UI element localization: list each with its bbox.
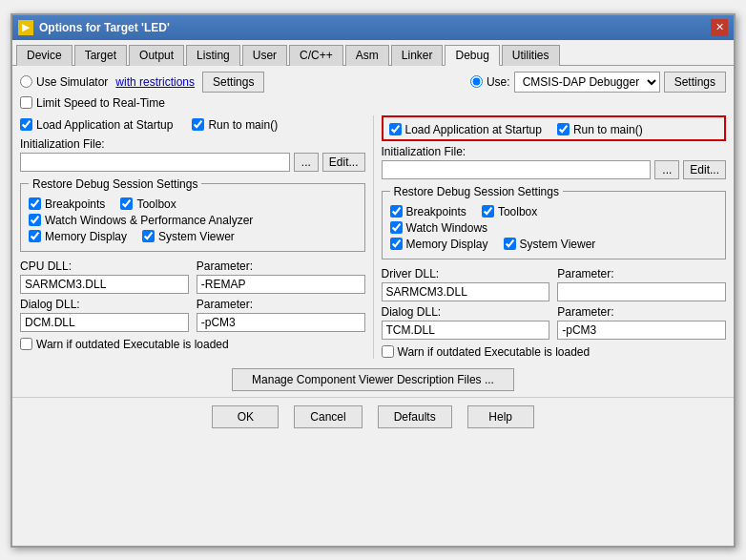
debugger-settings-button[interactable]: Settings [664, 72, 726, 93]
right-init-file-row: ... Edit... [382, 160, 727, 179]
left-run-to-main-checkbox[interactable] [192, 118, 204, 131]
left-init-file-label: Initialization File: [20, 137, 365, 151]
tab-utilities[interactable]: Utilities [502, 45, 560, 66]
left-browse-button[interactable]: ... [294, 153, 319, 172]
right-browse-button[interactable]: ... [654, 160, 679, 179]
right-dialog-dll-label: Dialog DLL: [382, 305, 550, 319]
right-toolbox-row[interactable]: Toolbox [482, 205, 537, 218]
left-memory-display-checkbox[interactable] [29, 230, 41, 242]
manage-btn-section: Manage Component Viewer Description File… [12, 368, 734, 391]
right-load-app-label: Load Application at Startup [405, 123, 542, 136]
tab-device[interactable]: Device [16, 45, 73, 66]
tab-cpp[interactable]: C/C++ [289, 45, 343, 66]
main-content: Load Application at Startup Run to main(… [12, 110, 734, 363]
right-restore-label: Restore Debug Session Settings [390, 185, 563, 198]
right-load-app-row[interactable]: Load Application at Startup [389, 123, 542, 136]
right-watch-windows-row[interactable]: Watch Windows [390, 221, 718, 235]
title-text: Options for Target 'LED' [39, 21, 170, 34]
left-breakpoints-row[interactable]: Breakpoints [29, 197, 105, 211]
cpu-param-input[interactable] [197, 275, 365, 294]
close-button[interactable]: ✕ [711, 19, 728, 36]
left-init-file-input[interactable] [20, 153, 290, 172]
left-load-app-checkbox[interactable] [20, 118, 32, 131]
left-load-app-row[interactable]: Load Application at Startup [20, 118, 173, 132]
tab-target[interactable]: Target [74, 45, 127, 66]
right-run-to-main-label: Run to main() [573, 123, 643, 136]
right-toolbox-checkbox[interactable] [482, 205, 494, 218]
driver-dll-input[interactable] [382, 282, 550, 301]
simulator-radio-group[interactable]: Use Simulator [20, 75, 108, 89]
left-system-viewer-checkbox[interactable] [142, 230, 155, 242]
left-edit-button[interactable]: Edit... [322, 153, 365, 172]
left-dll-section: CPU DLL: Parameter: Dialog DLL: Paramete… [20, 259, 365, 332]
tab-debug[interactable]: Debug [445, 45, 499, 66]
bottom-buttons: OK Cancel Defaults Help [12, 397, 734, 436]
app-icon: ▶ [18, 20, 33, 35]
tab-bar: Device Target Output Listing User C/C++ … [12, 40, 734, 66]
left-toolbox-row[interactable]: Toolbox [120, 197, 176, 211]
left-run-to-main-label: Run to main() [208, 118, 278, 132]
dialog-dll-label: Dialog DLL: [20, 298, 189, 311]
left-watch-windows-checkbox[interactable] [29, 214, 41, 226]
right-dialog-param-input[interactable] [557, 321, 726, 340]
debugger-select[interactable]: CMSIS-DAP Debugger [514, 72, 660, 93]
right-warn-row[interactable]: Warn if outdated Executable is loaded [382, 345, 727, 359]
right-init-file-input[interactable] [382, 160, 652, 179]
simulator-radio[interactable] [20, 75, 32, 88]
simulator-label: Use Simulator [36, 75, 108, 89]
left-breakpoints-checkbox[interactable] [29, 197, 41, 210]
limit-speed-checkbox[interactable] [20, 96, 32, 109]
dialog-dll-input[interactable] [20, 313, 189, 332]
right-memory-display-checkbox[interactable] [390, 238, 403, 250]
left-system-viewer-row[interactable]: System Viewer [142, 230, 235, 243]
left-init-file-row: ... Edit... [20, 153, 365, 172]
driver-dll-label: Driver DLL: [382, 267, 550, 280]
driver-param-label: Parameter: [557, 267, 726, 280]
right-load-app-checkbox[interactable] [389, 123, 402, 135]
use-radio[interactable] [470, 75, 483, 88]
tab-asm[interactable]: Asm [345, 45, 389, 66]
title-bar: ▶ Options for Target 'LED' ✕ [12, 15, 734, 40]
cpu-dll-input[interactable] [20, 275, 189, 294]
right-run-to-main-row[interactable]: Run to main() [557, 123, 643, 136]
ok-button[interactable]: OK [212, 405, 279, 428]
right-dialog-dll-input[interactable] [382, 321, 550, 340]
left-warn-row[interactable]: Warn if outdated Executable is loaded [20, 338, 365, 351]
top-row: Use Simulator with restrictions Settings… [20, 72, 726, 93]
limit-speed-label: Limit Speed to Real-Time [36, 96, 165, 110]
tab-listing[interactable]: Listing [186, 45, 240, 66]
left-restore-group: Restore Debug Session Settings Breakpoin… [20, 177, 365, 252]
left-watch-windows-row[interactable]: Watch Windows & Performance Analyzer [29, 214, 357, 227]
left-warn-label: Warn if outdated Executable is loaded [36, 338, 229, 351]
right-breakpoints-row[interactable]: Breakpoints [390, 205, 466, 218]
help-button[interactable]: Help [467, 405, 534, 428]
right-breakpoints-checkbox[interactable] [390, 205, 403, 218]
driver-param-input[interactable] [557, 282, 726, 301]
dialog-param-label: Parameter: [197, 298, 365, 311]
left-warn-checkbox[interactable] [20, 338, 32, 350]
right-system-viewer-checkbox[interactable] [504, 238, 516, 250]
simulator-settings-button[interactable]: Settings [202, 72, 264, 93]
top-section: Use Simulator with restrictions Settings… [12, 66, 734, 110]
use-radio-group[interactable]: Use: [470, 75, 510, 89]
cancel-button[interactable]: Cancel [294, 405, 362, 428]
dialog-param-input[interactable] [197, 313, 365, 332]
right-edit-button[interactable]: Edit... [683, 160, 726, 179]
right-warn-checkbox[interactable] [382, 345, 394, 358]
right-dll-section: Driver DLL: Parameter: Dialog DLL: Param… [382, 267, 727, 340]
restrictions-link[interactable]: with restrictions [115, 75, 195, 89]
tab-user[interactable]: User [242, 45, 287, 66]
right-watch-windows-checkbox[interactable] [390, 221, 403, 234]
right-system-viewer-row[interactable]: System Viewer [504, 238, 596, 251]
tab-linker[interactable]: Linker [391, 45, 444, 66]
tab-output[interactable]: Output [129, 45, 184, 66]
right-run-to-main-checkbox[interactable] [557, 123, 570, 135]
defaults-button[interactable]: Defaults [378, 405, 452, 428]
right-panel: Load Application at Startup Run to main(… [374, 115, 727, 359]
left-toolbox-checkbox[interactable] [120, 197, 133, 210]
left-memory-display-row[interactable]: Memory Display [29, 230, 127, 243]
left-run-to-main-row[interactable]: Run to main() [192, 118, 278, 132]
right-dialog-param-label: Parameter: [557, 305, 726, 319]
manage-component-button[interactable]: Manage Component Viewer Description File… [232, 368, 514, 391]
right-memory-display-row[interactable]: Memory Display [390, 238, 488, 251]
